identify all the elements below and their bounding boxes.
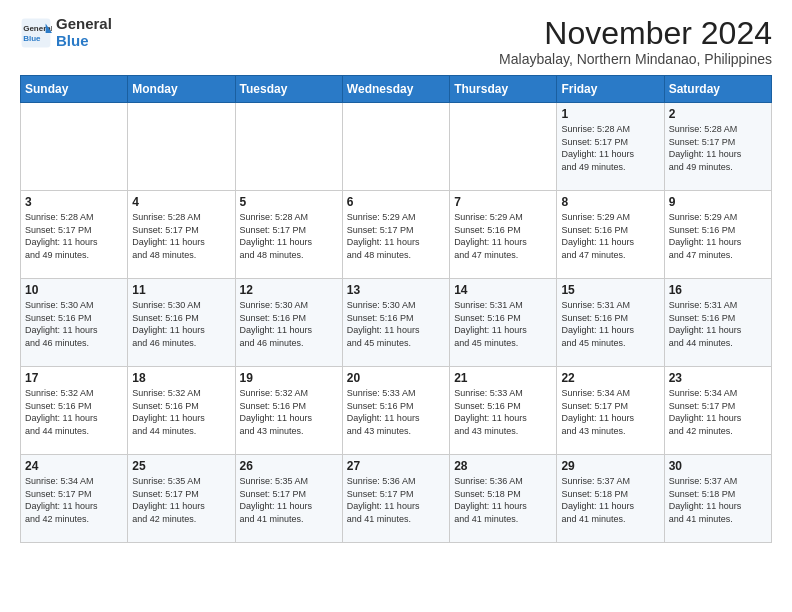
column-header-tuesday: Tuesday [235, 76, 342, 103]
day-number: 30 [669, 459, 767, 473]
calendar-cell: 22Sunrise: 5:34 AM Sunset: 5:17 PM Dayli… [557, 367, 664, 455]
day-number: 2 [669, 107, 767, 121]
logo: General Blue General Blue [20, 16, 112, 49]
day-info: Sunrise: 5:35 AM Sunset: 5:17 PM Dayligh… [132, 475, 230, 525]
day-info: Sunrise: 5:32 AM Sunset: 5:16 PM Dayligh… [240, 387, 338, 437]
calendar-cell: 1Sunrise: 5:28 AM Sunset: 5:17 PM Daylig… [557, 103, 664, 191]
logo-icon: General Blue [20, 17, 52, 49]
calendar-cell: 19Sunrise: 5:32 AM Sunset: 5:16 PM Dayli… [235, 367, 342, 455]
day-number: 11 [132, 283, 230, 297]
calendar-cell [21, 103, 128, 191]
calendar-cell: 8Sunrise: 5:29 AM Sunset: 5:16 PM Daylig… [557, 191, 664, 279]
day-info: Sunrise: 5:28 AM Sunset: 5:17 PM Dayligh… [25, 211, 123, 261]
calendar-cell: 7Sunrise: 5:29 AM Sunset: 5:16 PM Daylig… [450, 191, 557, 279]
calendar-cell: 15Sunrise: 5:31 AM Sunset: 5:16 PM Dayli… [557, 279, 664, 367]
calendar-cell: 28Sunrise: 5:36 AM Sunset: 5:18 PM Dayli… [450, 455, 557, 543]
day-info: Sunrise: 5:28 AM Sunset: 5:17 PM Dayligh… [669, 123, 767, 173]
title-block: November 2024 Malaybalay, Northern Minda… [499, 16, 772, 67]
week-row-1: 1Sunrise: 5:28 AM Sunset: 5:17 PM Daylig… [21, 103, 772, 191]
calendar-cell: 30Sunrise: 5:37 AM Sunset: 5:18 PM Dayli… [664, 455, 771, 543]
week-row-5: 24Sunrise: 5:34 AM Sunset: 5:17 PM Dayli… [21, 455, 772, 543]
day-number: 19 [240, 371, 338, 385]
calendar-cell: 20Sunrise: 5:33 AM Sunset: 5:16 PM Dayli… [342, 367, 449, 455]
calendar-cell: 26Sunrise: 5:35 AM Sunset: 5:17 PM Dayli… [235, 455, 342, 543]
day-info: Sunrise: 5:35 AM Sunset: 5:17 PM Dayligh… [240, 475, 338, 525]
calendar-cell: 12Sunrise: 5:30 AM Sunset: 5:16 PM Dayli… [235, 279, 342, 367]
week-row-2: 3Sunrise: 5:28 AM Sunset: 5:17 PM Daylig… [21, 191, 772, 279]
column-header-friday: Friday [557, 76, 664, 103]
day-number: 18 [132, 371, 230, 385]
day-info: Sunrise: 5:34 AM Sunset: 5:17 PM Dayligh… [25, 475, 123, 525]
day-number: 12 [240, 283, 338, 297]
day-number: 25 [132, 459, 230, 473]
header: General Blue General Blue November 2024 … [20, 16, 772, 67]
day-info: Sunrise: 5:28 AM Sunset: 5:17 PM Dayligh… [561, 123, 659, 173]
calendar-cell: 25Sunrise: 5:35 AM Sunset: 5:17 PM Dayli… [128, 455, 235, 543]
day-number: 10 [25, 283, 123, 297]
day-number: 7 [454, 195, 552, 209]
calendar-cell: 13Sunrise: 5:30 AM Sunset: 5:16 PM Dayli… [342, 279, 449, 367]
day-info: Sunrise: 5:29 AM Sunset: 5:16 PM Dayligh… [669, 211, 767, 261]
column-header-thursday: Thursday [450, 76, 557, 103]
day-info: Sunrise: 5:34 AM Sunset: 5:17 PM Dayligh… [669, 387, 767, 437]
svg-text:Blue: Blue [23, 34, 41, 43]
day-info: Sunrise: 5:30 AM Sunset: 5:16 PM Dayligh… [347, 299, 445, 349]
day-number: 28 [454, 459, 552, 473]
calendar-cell: 11Sunrise: 5:30 AM Sunset: 5:16 PM Dayli… [128, 279, 235, 367]
calendar-cell: 23Sunrise: 5:34 AM Sunset: 5:17 PM Dayli… [664, 367, 771, 455]
week-row-4: 17Sunrise: 5:32 AM Sunset: 5:16 PM Dayli… [21, 367, 772, 455]
day-info: Sunrise: 5:29 AM Sunset: 5:17 PM Dayligh… [347, 211, 445, 261]
calendar-cell: 4Sunrise: 5:28 AM Sunset: 5:17 PM Daylig… [128, 191, 235, 279]
column-header-monday: Monday [128, 76, 235, 103]
calendar-cell: 17Sunrise: 5:32 AM Sunset: 5:16 PM Dayli… [21, 367, 128, 455]
day-info: Sunrise: 5:33 AM Sunset: 5:16 PM Dayligh… [347, 387, 445, 437]
calendar-cell: 29Sunrise: 5:37 AM Sunset: 5:18 PM Dayli… [557, 455, 664, 543]
calendar-cell: 21Sunrise: 5:33 AM Sunset: 5:16 PM Dayli… [450, 367, 557, 455]
location-subtitle: Malaybalay, Northern Mindanao, Philippin… [499, 51, 772, 67]
day-number: 29 [561, 459, 659, 473]
day-info: Sunrise: 5:31 AM Sunset: 5:16 PM Dayligh… [454, 299, 552, 349]
day-number: 13 [347, 283, 445, 297]
column-header-wednesday: Wednesday [342, 76, 449, 103]
day-number: 6 [347, 195, 445, 209]
day-info: Sunrise: 5:34 AM Sunset: 5:17 PM Dayligh… [561, 387, 659, 437]
day-number: 24 [25, 459, 123, 473]
day-number: 15 [561, 283, 659, 297]
day-info: Sunrise: 5:31 AM Sunset: 5:16 PM Dayligh… [669, 299, 767, 349]
day-number: 9 [669, 195, 767, 209]
day-number: 20 [347, 371, 445, 385]
calendar-cell: 14Sunrise: 5:31 AM Sunset: 5:16 PM Dayli… [450, 279, 557, 367]
calendar-cell: 27Sunrise: 5:36 AM Sunset: 5:17 PM Dayli… [342, 455, 449, 543]
header-row: SundayMondayTuesdayWednesdayThursdayFrid… [21, 76, 772, 103]
day-number: 8 [561, 195, 659, 209]
calendar-cell: 6Sunrise: 5:29 AM Sunset: 5:17 PM Daylig… [342, 191, 449, 279]
calendar-cell: 10Sunrise: 5:30 AM Sunset: 5:16 PM Dayli… [21, 279, 128, 367]
day-info: Sunrise: 5:28 AM Sunset: 5:17 PM Dayligh… [240, 211, 338, 261]
day-info: Sunrise: 5:36 AM Sunset: 5:18 PM Dayligh… [454, 475, 552, 525]
week-row-3: 10Sunrise: 5:30 AM Sunset: 5:16 PM Dayli… [21, 279, 772, 367]
day-info: Sunrise: 5:37 AM Sunset: 5:18 PM Dayligh… [669, 475, 767, 525]
day-info: Sunrise: 5:32 AM Sunset: 5:16 PM Dayligh… [25, 387, 123, 437]
calendar-cell [450, 103, 557, 191]
day-number: 3 [25, 195, 123, 209]
day-number: 26 [240, 459, 338, 473]
day-info: Sunrise: 5:28 AM Sunset: 5:17 PM Dayligh… [132, 211, 230, 261]
day-number: 23 [669, 371, 767, 385]
day-info: Sunrise: 5:36 AM Sunset: 5:17 PM Dayligh… [347, 475, 445, 525]
calendar-cell [342, 103, 449, 191]
day-number: 17 [25, 371, 123, 385]
calendar-cell: 5Sunrise: 5:28 AM Sunset: 5:17 PM Daylig… [235, 191, 342, 279]
calendar-cell: 16Sunrise: 5:31 AM Sunset: 5:16 PM Dayli… [664, 279, 771, 367]
calendar-cell [128, 103, 235, 191]
logo-text: General Blue [56, 16, 112, 49]
calendar-cell: 18Sunrise: 5:32 AM Sunset: 5:16 PM Dayli… [128, 367, 235, 455]
calendar-cell: 3Sunrise: 5:28 AM Sunset: 5:17 PM Daylig… [21, 191, 128, 279]
column-header-saturday: Saturday [664, 76, 771, 103]
calendar-table: SundayMondayTuesdayWednesdayThursdayFrid… [20, 75, 772, 543]
calendar-cell: 24Sunrise: 5:34 AM Sunset: 5:17 PM Dayli… [21, 455, 128, 543]
day-number: 21 [454, 371, 552, 385]
day-info: Sunrise: 5:30 AM Sunset: 5:16 PM Dayligh… [25, 299, 123, 349]
day-info: Sunrise: 5:32 AM Sunset: 5:16 PM Dayligh… [132, 387, 230, 437]
day-number: 16 [669, 283, 767, 297]
column-header-sunday: Sunday [21, 76, 128, 103]
